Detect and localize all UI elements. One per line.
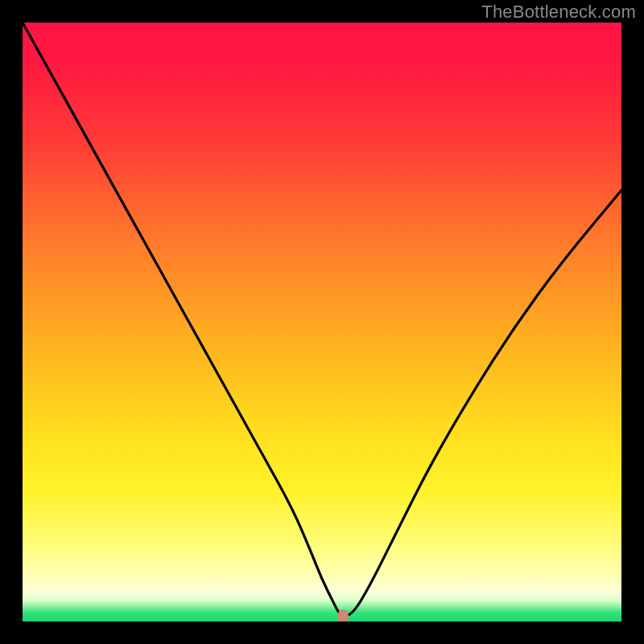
watermark-text: TheBottleneck.com — [481, 2, 636, 23]
optimum-marker — [337, 609, 349, 621]
plot-area — [23, 23, 621, 621]
bottleneck-curve — [23, 23, 621, 621]
chart-frame: TheBottleneck.com — [0, 0, 644, 644]
